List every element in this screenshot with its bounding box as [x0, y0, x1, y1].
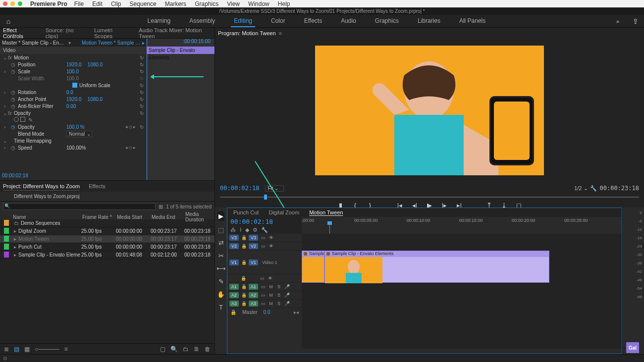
menu-window[interactable]: Window: [248, 0, 269, 7]
voice-icon[interactable]: 🎤: [284, 293, 290, 298]
lock-icon[interactable]: 🔒: [241, 244, 247, 249]
anchor-y-value[interactable]: 1080.0: [88, 97, 103, 102]
program-timecode[interactable]: 00:00:02:18: [220, 185, 259, 192]
project-row[interactable]: ▸Sample Clip - Envato Eleme25.00 fps00:0…: [0, 251, 215, 259]
icon-view-icon[interactable]: ▤: [14, 346, 19, 353]
col-mediaend[interactable]: Media End: [151, 214, 184, 220]
lock-icon[interactable]: 🔒: [240, 276, 246, 281]
track-output-icon[interactable]: ▭: [260, 293, 266, 298]
ec-clip-bar[interactable]: Sample Clip - Envato Elements: [147, 47, 215, 54]
eye-icon[interactable]: 👁: [268, 235, 274, 240]
stopwatch-icon[interactable]: ◷: [11, 97, 18, 102]
sequence-tab-motiontween[interactable]: Motion Tween: [309, 209, 343, 215]
antiflicker-value[interactable]: 0.00: [66, 103, 76, 109]
mask-pen-icon[interactable]: ✎: [28, 117, 33, 123]
twirl-icon[interactable]: ›: [4, 145, 9, 151]
project-search-input[interactable]: [3, 203, 156, 210]
workspace-effects[interactable]: Effects: [301, 15, 325, 27]
voice-icon[interactable]: 🎤: [284, 284, 290, 289]
col-name[interactable]: Name: [12, 214, 81, 220]
ec-current-time[interactable]: 00:00:02:18: [2, 173, 28, 178]
video-clip-1[interactable]: Sample...: [302, 251, 324, 283]
track-output-icon[interactable]: ▭: [260, 301, 266, 306]
twirl-icon[interactable]: ⌄: [3, 55, 8, 60]
sequence-tab-punchcut[interactable]: Punch Cut: [233, 209, 259, 215]
reset-icon[interactable]: ↻: [140, 83, 144, 88]
col-framerate[interactable]: Frame Rate ^: [81, 214, 116, 220]
lock-icon[interactable]: 🔒: [241, 293, 247, 298]
prev-keyframe-icon[interactable]: ◂: [125, 124, 128, 129]
program-viewport[interactable]: [215, 39, 644, 182]
find-icon[interactable]: 🔍: [170, 346, 178, 353]
zoom-slider[interactable]: ○─────: [35, 346, 59, 353]
next-keyframe-icon[interactable]: ▸: [133, 145, 136, 150]
sequence-tab-digitalzoom[interactable]: Digital Zoom: [268, 209, 299, 215]
workspace-editing[interactable]: Editing: [231, 15, 255, 27]
reset-icon[interactable]: ↻: [140, 55, 144, 60]
position-y-value[interactable]: 1080.0: [88, 62, 103, 67]
ripple-edit-tool-icon[interactable]: ⇄: [218, 239, 224, 247]
timeline-ruler[interactable]: ;00:00 00:00:05:00 00:00:10:00 00:00:15:…: [302, 217, 622, 234]
workspace-audio[interactable]: Audio: [338, 15, 359, 27]
project-row[interactable]: 🗀Demo Sequences: [0, 219, 215, 227]
track-a2-target[interactable]: A2: [249, 292, 258, 298]
quick-export-button[interactable]: ⇪: [627, 17, 644, 25]
type-tool-icon[interactable]: T: [219, 304, 223, 311]
tab-source[interactable]: Source: (no clips): [46, 27, 86, 39]
track-a1-source[interactable]: A1: [229, 284, 239, 290]
slip-tool-icon[interactable]: ⟷: [216, 265, 226, 272]
workspace-graphics[interactable]: Graphics: [372, 15, 402, 27]
project-row[interactable]: ▸Digital Zoom25.00 fps00:00:00:0000:00:2…: [0, 227, 215, 235]
tab-program[interactable]: Program: Motion Tween: [218, 30, 276, 36]
mask-rect-icon[interactable]: [20, 117, 25, 122]
automate-icon[interactable]: ▢: [160, 346, 165, 353]
tl-markers-icon[interactable]: ◆: [245, 227, 249, 233]
video-clip-2[interactable]: Sample Clip - Envato Elements: [324, 251, 549, 283]
add-keyframe-icon[interactable]: ◇: [129, 145, 132, 150]
rotation-value[interactable]: 0.0: [66, 90, 73, 95]
stopwatch-icon[interactable]: ◷: [11, 62, 18, 67]
tab-effect-controls[interactable]: Effect Controls: [3, 27, 37, 39]
stopwatch-icon[interactable]: ◷: [11, 90, 18, 95]
ec-sequence-link[interactable]: Motion Tween * Sample Clip - En...: [82, 40, 141, 46]
twirl-icon[interactable]: ⌄: [3, 138, 8, 144]
new-bin-icon[interactable]: 🗀: [183, 346, 189, 353]
track-v1-target[interactable]: V1: [249, 259, 258, 265]
workspace-assembly[interactable]: Assembly: [186, 15, 218, 27]
menu-view[interactable]: View: [227, 0, 240, 7]
freeform-view-icon[interactable]: ▦: [24, 346, 30, 353]
menu-edit[interactable]: Edit: [92, 0, 103, 7]
workspace-allpanels[interactable]: All Panels: [456, 15, 488, 27]
stopwatch-icon[interactable]: ◷: [11, 69, 18, 74]
add-keyframe-icon[interactable]: ◇: [129, 124, 132, 129]
reset-icon[interactable]: ↻: [140, 103, 144, 109]
track-output-icon[interactable]: ▭: [259, 276, 265, 281]
tab-project[interactable]: Project: Different Ways to Zoom: [3, 183, 80, 189]
menu-file[interactable]: File: [74, 0, 84, 7]
master-level[interactable]: 0.0: [264, 310, 270, 315]
reset-icon[interactable]: ↻: [140, 69, 144, 74]
home-button[interactable]: ⌂: [0, 15, 17, 28]
menu-graphics[interactable]: Graphics: [195, 0, 218, 7]
menu-clip[interactable]: Clip: [111, 0, 121, 7]
menu-markers[interactable]: Markers: [165, 0, 186, 7]
hand-tool-icon[interactable]: ✋: [217, 291, 225, 298]
track-a3-source[interactable]: A3: [229, 301, 239, 307]
menu-help[interactable]: Help: [278, 0, 290, 7]
twirl-icon[interactable]: ›: [4, 90, 9, 95]
tab-lumetri-scopes[interactable]: Lumetri Scopes: [94, 27, 130, 39]
timeline-zoom-scrollbar[interactable]: [227, 349, 622, 354]
program-scrub-bar[interactable]: [220, 195, 639, 200]
ec-master-clip-dropdown[interactable]: Master * Sample Clip - Envato Eleme...: [2, 40, 66, 46]
col-mediastart[interactable]: Media Start: [116, 214, 151, 220]
stopwatch-icon[interactable]: ◷: [11, 124, 18, 130]
razor-tool-icon[interactable]: ✂: [218, 252, 224, 259]
reset-icon[interactable]: ↻: [140, 62, 144, 67]
workspace-color[interactable]: Color: [268, 15, 288, 27]
track-v2-target[interactable]: V2: [249, 243, 258, 249]
eye-icon[interactable]: 👁: [268, 244, 274, 249]
reset-icon[interactable]: ↻: [140, 110, 144, 116]
menu-sequence[interactable]: Sequence: [130, 0, 157, 7]
track-output-icon[interactable]: ▭: [260, 244, 266, 249]
window-minimize-button[interactable]: [10, 1, 15, 6]
